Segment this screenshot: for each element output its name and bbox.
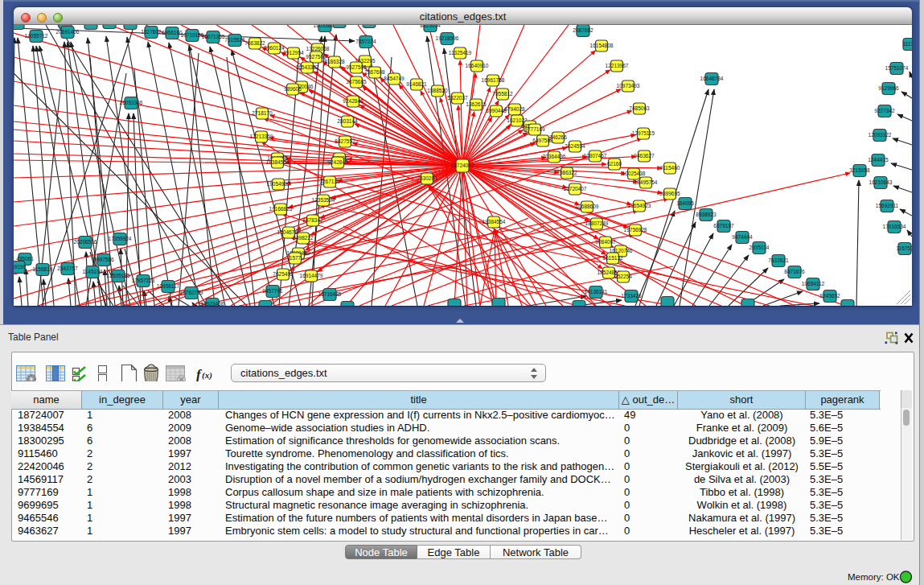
- svg-text:3624554: 3624554: [565, 143, 585, 149]
- svg-text:1244415: 1244415: [868, 157, 889, 163]
- svg-text:15716485: 15716485: [318, 291, 342, 297]
- svg-text:16782759: 16782759: [180, 290, 203, 295]
- svg-text:16914479: 16914479: [300, 273, 323, 278]
- svg-text:13226058: 13226058: [306, 46, 330, 51]
- svg-text:15692911: 15692911: [876, 203, 899, 208]
- svg-text:8454749: 8454749: [384, 76, 405, 81]
- svg-text:9146821: 9146821: [406, 81, 427, 87]
- svg-text:8990448: 8990448: [486, 108, 507, 113]
- svg-text:10654112: 10654112: [802, 281, 825, 286]
- svg-text:9899695: 9899695: [659, 191, 680, 196]
- svg-text:17016534: 17016534: [883, 224, 906, 229]
- svg-text:9245652: 9245652: [819, 293, 840, 299]
- svg-text:2087682: 2087682: [573, 27, 593, 33]
- svg-text:14136141: 14136141: [585, 289, 608, 295]
- svg-text:2935114: 2935114: [749, 245, 770, 250]
- svg-text:19166825: 19166825: [269, 206, 293, 212]
- svg-text:19054982: 19054982: [267, 181, 290, 187]
- svg-text:2530203: 2530203: [417, 175, 437, 181]
- svg-text:10973493: 10973493: [617, 83, 640, 89]
- svg-text:989605: 989605: [284, 86, 302, 92]
- svg-text:8960124: 8960124: [264, 45, 285, 51]
- svg-text:252254: 252254: [614, 274, 632, 279]
- svg-text:20364436: 20364436: [543, 154, 566, 159]
- svg-text:3675685: 3675685: [346, 79, 367, 84]
- svg-text:12213967: 12213967: [606, 63, 629, 68]
- svg-text:1145194: 1145194: [83, 269, 103, 274]
- svg-text:14055712: 14055712: [25, 33, 48, 39]
- svg-text:9457791: 9457791: [262, 288, 283, 294]
- svg-text:9242848: 9242848: [343, 98, 363, 104]
- svg-text:7515526: 7515526: [224, 37, 245, 43]
- svg-text:10025438: 10025438: [622, 171, 646, 176]
- svg-text:7625402: 7625402: [273, 271, 294, 277]
- svg-text:10688609: 10688609: [576, 204, 599, 209]
- svg-text:7663822: 7663822: [244, 40, 265, 46]
- svg-text:1156819: 1156819: [33, 266, 53, 272]
- svg-text:12975115: 12975115: [632, 130, 655, 136]
- svg-text:2367608: 2367608: [364, 69, 385, 75]
- svg-text:10807467: 10807467: [584, 153, 607, 159]
- svg-text:19756928: 19756928: [624, 227, 647, 233]
- svg-text:11325419: 11325419: [449, 50, 472, 56]
- svg-text:5322037: 5322037: [447, 95, 468, 101]
- svg-text:3267130: 3267130: [319, 179, 340, 184]
- svg-text:7986322: 7986322: [556, 170, 577, 175]
- svg-text:18807249: 18807249: [585, 220, 609, 226]
- svg-text:15751074: 15751074: [885, 65, 909, 71]
- svg-text:(x): (x): [202, 370, 212, 381]
- svg-text:7955812: 7955812: [492, 91, 513, 97]
- svg-text:13353594: 13353594: [312, 197, 335, 203]
- svg-text:1615132: 1615132: [602, 255, 623, 261]
- svg-text:16961758: 16961758: [482, 77, 505, 83]
- svg-text:16648784: 16648784: [700, 76, 724, 81]
- svg-text:10719155: 10719155: [181, 32, 204, 38]
- svg-text:6379197: 6379197: [713, 223, 734, 229]
- svg-text:9115460: 9115460: [660, 165, 680, 171]
- svg-text:116753: 116753: [896, 245, 912, 251]
- svg-text:6966160: 6966160: [162, 30, 183, 35]
- svg-text:1588520: 1588520: [427, 88, 448, 93]
- svg-text:1577: 1577: [290, 255, 302, 261]
- svg-text:7485063: 7485063: [629, 105, 650, 111]
- svg-text:15720407: 15720407: [564, 186, 587, 192]
- svg-text:2718170: 2718170: [252, 110, 273, 116]
- svg-text:26053346: 26053346: [120, 100, 143, 105]
- svg-text:9997586: 9997586: [93, 257, 114, 262]
- svg-text:12093322: 12093322: [869, 132, 892, 138]
- svg-text:16210643: 16210643: [869, 179, 893, 185]
- svg-text:9242845: 9242845: [327, 159, 348, 165]
- svg-text:2803144: 2803144: [337, 118, 358, 124]
- svg-text:3215958: 3215958: [849, 167, 870, 173]
- svg-text:16671355: 16671355: [202, 34, 225, 39]
- svg-text:12213369: 12213369: [250, 134, 273, 139]
- svg-text:12505185: 12505185: [107, 273, 130, 278]
- svg-text:62160: 62160: [607, 161, 622, 167]
- svg-text:17957223: 17957223: [132, 278, 155, 283]
- svg-text:9084067: 9084067: [595, 239, 616, 245]
- svg-text:16543382: 16543382: [296, 64, 319, 70]
- svg-text:19384554: 19384554: [483, 219, 506, 225]
- svg-text:1527602: 1527602: [141, 29, 162, 35]
- svg-text:16640910: 16640910: [466, 63, 489, 68]
- svg-text:7857224: 7857224: [355, 39, 376, 44]
- svg-text:164095: 164095: [676, 200, 694, 206]
- svg-text:19654923: 19654923: [628, 203, 651, 208]
- svg-text:8186328: 8186328: [324, 59, 345, 64]
- svg-text:5498222: 5498222: [293, 235, 314, 241]
- svg-text:9527500: 9527500: [306, 54, 326, 60]
- svg-text:19384554: 19384554: [266, 159, 290, 165]
- svg-text:9129966: 9129966: [878, 85, 899, 91]
- svg-text:17359924: 17359924: [109, 236, 132, 241]
- svg-text:39159: 39159: [14, 264, 26, 270]
- svg-text:1362615: 1362615: [466, 101, 487, 107]
- svg-text:8471676: 8471676: [784, 269, 805, 274]
- svg-text:18724007: 18724007: [451, 163, 474, 168]
- svg-text:7632621: 7632621: [768, 257, 789, 263]
- svg-text:18495754: 18495754: [634, 179, 658, 185]
- svg-text:9474444: 9474444: [732, 234, 753, 240]
- svg-text:11172: 11172: [902, 41, 912, 47]
- svg-text:6794028: 6794028: [504, 106, 525, 112]
- svg-text:2342757: 2342757: [57, 266, 78, 271]
- svg-text:8938923: 8938923: [696, 212, 717, 217]
